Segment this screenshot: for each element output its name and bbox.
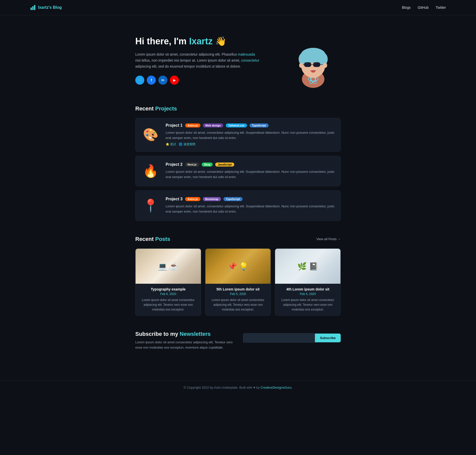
post-3-image — [275, 249, 340, 284]
hero-name: Ixartz — [189, 36, 213, 46]
footer: © Copyright 2022 by Astro boilerplate. B… — [0, 380, 476, 394]
linkedin-icon: in — [161, 78, 164, 82]
post-card-2[interactable]: 5th Lorem ipsum dolor sit Feb 5, 2020 Lo… — [205, 248, 271, 316]
nav-github[interactable]: GitHub — [418, 6, 429, 10]
newsletter-email-input[interactable] — [243, 333, 315, 343]
post-2-body: 5th Lorem ipsum dolor sit Feb 5, 2020 Lo… — [205, 284, 271, 316]
hero-section: Hi there, I'm Ixartz 👋 Lorem ipsum dolor… — [135, 30, 341, 90]
post-card-3[interactable]: 4th Lorem ipsum dolor sit Feb 4, 2020 Lo… — [275, 248, 341, 316]
post-1-image — [136, 249, 201, 284]
social-linkedin-btn[interactable]: in — [158, 76, 167, 85]
tag-tailwind: Tailwind.css — [226, 123, 247, 127]
hero-greeting: Hi there, I'm — [135, 36, 189, 46]
project-1-links: ⭐ 星試 🌐 過渡期間 — [166, 142, 335, 146]
view-all-posts[interactable]: View all Posts → — [316, 237, 341, 241]
post-3-title: 4th Lorem ipsum dolor sit — [279, 287, 337, 291]
project-3-name: Project 3 — [166, 197, 183, 201]
hero-title: Hi there, I'm Ixartz 👋 — [135, 36, 261, 47]
hero-link-consectetur[interactable]: consectetur — [241, 58, 259, 62]
project-1-info: Project 1 Astro.js Web design Tailwind.c… — [166, 123, 335, 146]
newsletter-section: Subscribe to my Newsletters Lorem ipsum … — [135, 331, 341, 350]
project-1-desc: Lorem ipsum dolor sit amet, consectetur … — [166, 130, 335, 141]
posts-accent: Posts — [155, 236, 170, 242]
post-card-1[interactable]: Typography example Feb 6, 2020 Lorem ips… — [135, 248, 201, 316]
project-card-2: 🔥 Project 2 Next.js Blog JavaScript Lore… — [135, 156, 341, 186]
social-facebook-btn[interactable]: f — [147, 76, 156, 85]
post-2-desc: Lorem ipsum dolor sit amet consectetur a… — [209, 298, 267, 312]
svg-rect-0 — [31, 8, 32, 10]
projects-accent: Projects — [155, 105, 177, 112]
hero-desc-3: adipiscing elit, sed do eiusmod tempor i… — [135, 64, 241, 68]
svg-point-25 — [323, 63, 327, 68]
posts-title: Recent Posts — [135, 236, 170, 242]
projects-label: Recent — [135, 105, 155, 112]
nav-blogs[interactable]: Blogs — [402, 6, 411, 10]
newsletter-form: Subscribe — [243, 333, 341, 343]
social-twitter-btn[interactable]: 🐦 — [135, 76, 144, 85]
hero-link-malesuada[interactable]: malesuada — [238, 52, 255, 56]
newsletter-text: Subscribe to my Newsletters Lorem ipsum … — [135, 331, 233, 350]
svg-point-23 — [311, 70, 315, 73]
tag-astro-1: Astro.js — [185, 123, 200, 127]
tag-blog: Blog — [202, 163, 213, 167]
footer-text: © Copyright 2022 by Astro boilerplate. B… — [184, 386, 261, 389]
posts-header: Recent Posts View all Posts → — [135, 236, 341, 242]
project-1-link-star[interactable]: ⭐ 星試 — [166, 142, 176, 146]
project-3-icon: 📍 — [141, 196, 161, 216]
tag-astro-3: Astro.js — [185, 197, 200, 201]
logo-icon — [30, 5, 36, 11]
project-1-icon: 🎨 — [141, 125, 161, 145]
footer-link[interactable]: CreativeDesignsGuru — [261, 386, 292, 389]
svg-point-21 — [305, 63, 307, 64]
tag-javascript: JavaScript — [215, 163, 234, 167]
avatar — [288, 33, 338, 88]
projects-title: Recent Projects — [135, 105, 341, 112]
svg-point-24 — [299, 63, 303, 68]
svg-rect-1 — [32, 6, 34, 10]
hero-desc-2: nisi tellus, non imperdiet nisi tempor a… — [135, 58, 241, 62]
post-1-date: Feb 6, 2020 — [139, 292, 197, 296]
tag-nextjs: Next.js — [185, 163, 199, 167]
post-3-body: 4th Lorem ipsum dolor sit Feb 4, 2020 Lo… — [275, 284, 340, 316]
facebook-icon: f — [151, 78, 152, 82]
hero-text: Hi there, I'm Ixartz 👋 Lorem ipsum dolor… — [135, 36, 261, 84]
post-1-title: Typography example — [139, 287, 197, 291]
newsletter-accent: Newsletters — [180, 331, 211, 337]
posts-grid: Typography example Feb 6, 2020 Lorem ips… — [135, 248, 341, 316]
post-3-date: Feb 4, 2020 — [279, 292, 337, 296]
tag-typescript-1: TypeScript — [250, 123, 269, 127]
youtube-icon: ▶ — [173, 78, 176, 82]
hero-description: Lorem ipsum dolor sit amet, consectetur … — [135, 52, 261, 69]
post-1-body: Typography example Feb 6, 2020 Lorem ips… — [136, 284, 201, 316]
projects-section: Recent Projects 🎨 Project 1 Astro.js Web… — [135, 105, 341, 221]
project-3-info: Project 3 Astro.js Bootstrap TypeScript … — [166, 197, 335, 214]
newsletter-label: Subscribe to my — [135, 331, 180, 337]
project-1-link-globe[interactable]: 🌐 過渡期間 — [179, 142, 195, 146]
post-2-image — [205, 249, 271, 284]
post-2-date: Feb 5, 2020 — [209, 292, 267, 296]
navbar: Ixartz's Blog Blogs GitHub Twitter — [0, 0, 476, 15]
twitter-icon: 🐦 — [138, 78, 142, 82]
newsletter-subscribe-button[interactable]: Subscribe — [315, 334, 341, 342]
posts-section: Recent Posts View all Posts → Typography… — [135, 236, 341, 316]
tag-webdesign: Web design — [203, 123, 223, 127]
newsletter-title: Subscribe to my Newsletters — [135, 331, 233, 337]
logo-text: Ixartz's Blog — [38, 5, 62, 10]
project-2-icon: 🔥 — [141, 161, 161, 181]
avatar-container — [286, 30, 341, 90]
social-youtube-btn[interactable]: ▶ — [170, 76, 179, 85]
project-1-header: Project 1 Astro.js Web design Tailwind.c… — [166, 123, 335, 128]
svg-rect-2 — [34, 5, 35, 10]
nav-logo[interactable]: Ixartz's Blog — [30, 5, 62, 11]
nav-links: Blogs GitHub Twitter — [402, 6, 446, 10]
nav-twitter[interactable]: Twitter — [436, 6, 446, 10]
post-2-title: 5th Lorem ipsum dolor sit — [209, 287, 267, 291]
hero-wave: 👋 — [215, 36, 226, 46]
project-3-header: Project 3 Astro.js Bootstrap TypeScript — [166, 197, 335, 201]
svg-rect-17 — [313, 62, 320, 67]
project-card-1: 🎨 Project 1 Astro.js Web design Tailwind… — [135, 118, 341, 152]
svg-point-22 — [314, 63, 316, 64]
posts-label: Recent — [135, 236, 155, 242]
project-2-name: Project 2 — [166, 162, 183, 167]
post-3-desc: Lorem ipsum dolor sit amet consectetur a… — [279, 298, 337, 312]
